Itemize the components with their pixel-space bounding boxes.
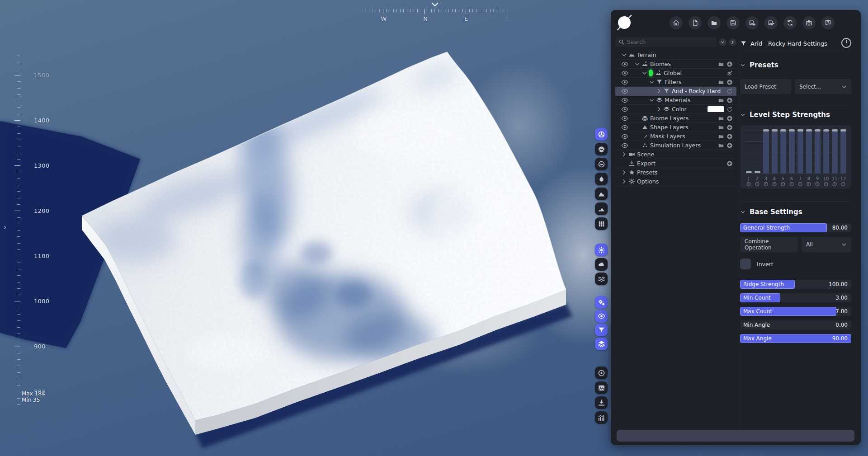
- level-step-bar-8[interactable]: [806, 131, 812, 174]
- visibility-eye-icon[interactable]: [621, 142, 628, 149]
- next-result-button[interactable]: [729, 38, 736, 46]
- new-file-button[interactable]: [689, 16, 702, 29]
- plus-icon[interactable]: [726, 160, 733, 167]
- plus-icon[interactable]: [726, 79, 733, 85]
- level-step-solo-toggle-2[interactable]: [755, 182, 760, 186]
- chevron-down-icon[interactable]: [649, 97, 655, 103]
- app-logo-planet-icon[interactable]: [617, 15, 632, 30]
- save-edit-button[interactable]: [764, 16, 778, 29]
- visibility-eye-icon[interactable]: [621, 70, 628, 77]
- level-step-handle-3[interactable]: [763, 129, 769, 132]
- chevron-down-icon[interactable]: [634, 61, 640, 67]
- help-button[interactable]: [821, 16, 835, 29]
- load-preset-select[interactable]: Select...: [795, 79, 851, 94]
- side-tool-auto-gears-button[interactable]: [595, 296, 608, 309]
- chevron-down-icon[interactable]: [621, 52, 627, 58]
- sync-button[interactable]: [783, 16, 797, 29]
- visibility-eye-icon[interactable]: [621, 106, 628, 113]
- tree-row-biomes[interactable]: Biomes: [615, 60, 736, 69]
- level-step-solo-toggle-12[interactable]: [841, 182, 845, 186]
- visibility-eye-icon[interactable]: [621, 97, 628, 104]
- level-step-handle-10[interactable]: [823, 129, 829, 132]
- max-count-slider[interactable]: Max Count7.00: [740, 307, 851, 316]
- plus-icon[interactable]: [726, 133, 733, 140]
- level-step-handle-1[interactable]: [746, 171, 752, 173]
- tree-row-presets[interactable]: Presets: [615, 168, 736, 177]
- level-step-solo-toggle-5[interactable]: [781, 182, 785, 186]
- section-base-settings[interactable]: Base Settings: [740, 208, 851, 216]
- side-tool-rock-formation-button[interactable]: [595, 202, 608, 215]
- compass[interactable]: WNES: [357, 2, 511, 22]
- invert-checkbox[interactable]: [740, 259, 751, 269]
- level-step-handle-2[interactable]: [755, 171, 760, 173]
- level-step-solo-toggle-6[interactable]: [790, 182, 794, 186]
- side-tool-navigation-sphere-button[interactable]: [595, 128, 608, 141]
- tree-row-scene[interactable]: Scene: [615, 150, 736, 159]
- side-tool-sun-button[interactable]: [595, 244, 608, 256]
- folder-icon[interactable]: [718, 124, 724, 131]
- side-tool-download-button[interactable]: [595, 396, 608, 409]
- visibility-eye-icon[interactable]: [621, 124, 628, 131]
- level-step-bar-6[interactable]: [789, 131, 795, 174]
- ridge-strength-slider[interactable]: Ridge Strength100.00: [740, 280, 851, 289]
- level-step-strengths-chart[interactable]: 123456789101112: [740, 125, 851, 188]
- level-step-handle-8[interactable]: [806, 129, 812, 132]
- side-tool-mountain-button[interactable]: [595, 188, 608, 200]
- level-step-bar-3[interactable]: [763, 131, 769, 174]
- level-step-handle-6[interactable]: [789, 129, 795, 132]
- level-step-handle-12[interactable]: [840, 129, 846, 132]
- plus-icon[interactable]: [726, 61, 733, 67]
- side-tool-statistics-button[interactable]: [595, 411, 608, 424]
- tree-row-options[interactable]: Options: [615, 177, 736, 186]
- toggle-enabled-button[interactable]: [841, 38, 851, 48]
- tree-row-filters[interactable]: Filters: [615, 78, 736, 87]
- tree-row-materials[interactable]: Materials: [615, 96, 736, 105]
- level-step-handle-9[interactable]: [815, 129, 821, 132]
- tree-row-color[interactable]: Color: [615, 105, 736, 114]
- side-tool-visibility-eye-button[interactable]: [595, 310, 608, 323]
- level-step-solo-toggle-10[interactable]: [824, 182, 828, 186]
- visibility-eye-icon[interactable]: [621, 88, 628, 95]
- side-tool-water-drop-button[interactable]: [595, 173, 608, 185]
- folder-icon[interactable]: [718, 115, 724, 122]
- level-step-handle-7[interactable]: [797, 129, 803, 132]
- chevron-down-icon[interactable]: [649, 79, 655, 85]
- level-step-bar-4[interactable]: [772, 131, 778, 174]
- side-tool-filter-funnel-button[interactable]: [595, 324, 608, 336]
- chevron-down-icon[interactable]: [642, 70, 647, 76]
- min-angle-slider[interactable]: Min Angle0.00: [740, 320, 851, 329]
- side-tool-water-waves-button[interactable]: [595, 273, 608, 285]
- level-step-solo-toggle-1[interactable]: [747, 182, 751, 186]
- side-tool-grid-button[interactable]: [595, 217, 608, 230]
- folder-icon[interactable]: [718, 97, 724, 103]
- level-step-bar-7[interactable]: [797, 131, 803, 174]
- combine-operation-select[interactable]: All: [802, 237, 851, 252]
- visibility-eye-icon[interactable]: [621, 133, 628, 140]
- collapse-all-button[interactable]: [719, 38, 726, 46]
- folder-icon[interactable]: [718, 79, 724, 85]
- level-step-bar-11[interactable]: [832, 131, 838, 174]
- search-input[interactable]: [615, 37, 717, 47]
- chevron-right-icon[interactable]: [621, 179, 627, 184]
- plus-icon[interactable]: [726, 97, 733, 103]
- level-step-bar-9[interactable]: [815, 131, 821, 174]
- tree-row-mask-layers[interactable]: Mask Layers: [615, 132, 736, 141]
- side-tool-planet-wire-button[interactable]: [595, 158, 608, 170]
- color-swatch[interactable]: [708, 106, 724, 112]
- side-tool-screenshot-image-button[interactable]: [595, 381, 608, 394]
- tree-row-simulation-layers[interactable]: Simulation Layers: [615, 141, 736, 150]
- plus-icon[interactable]: [726, 115, 733, 122]
- open-folder-button[interactable]: [708, 16, 721, 29]
- level-step-handle-11[interactable]: [832, 129, 838, 132]
- plus-icon[interactable]: [726, 142, 733, 149]
- level-step-solo-toggle-11[interactable]: [833, 182, 837, 186]
- chevron-right-icon[interactable]: [621, 169, 627, 175]
- level-step-bar-10[interactable]: [823, 131, 829, 174]
- level-step-solo-toggle-8[interactable]: [807, 182, 811, 186]
- general-strength-slider[interactable]: General Strength80.00: [740, 223, 851, 232]
- tree-row-shape-layers[interactable]: Shape Layers: [615, 123, 736, 132]
- section-presets[interactable]: Presets: [740, 61, 851, 69]
- level-step-solo-toggle-3[interactable]: [764, 182, 768, 186]
- refresh-icon[interactable]: [726, 106, 733, 113]
- tree-row-biome-layers[interactable]: Biome Layers: [615, 114, 736, 123]
